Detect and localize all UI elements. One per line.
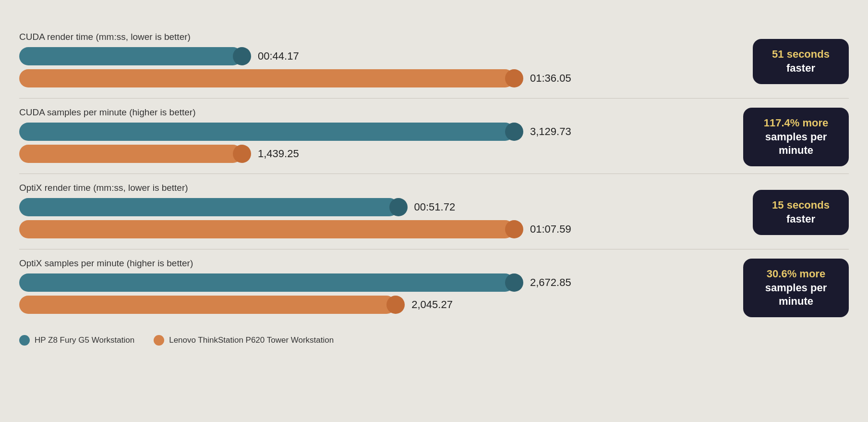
badge-cuda-render: 51 secondsfaster [753,39,849,84]
bar-row-optix-samples-0: 2,672.85 [19,273,729,292]
bar-cuda-samples-0 [19,123,514,141]
bar-optix-samples-1 [19,296,396,314]
badge-highlight-cuda-render: 51 seconds [772,48,830,60]
section-label-cuda-render: CUDA render time (mm:ss, lower is better… [19,32,738,42]
bar-wrap-optix-render-0 [19,198,408,216]
bar-row-cuda-render-1: 01:36.05 [19,69,738,87]
bar-row-optix-render-0: 00:51.72 [19,198,738,216]
bar-end-optix-samples-1 [386,296,405,314]
bar-wrap-cuda-render-0 [19,47,251,65]
bar-row-cuda-samples-0: 3,129.73 [19,123,729,141]
section-label-optix-samples: OptiX samples per minute (higher is bett… [19,258,729,269]
legend: HP Z8 Fury G5 Workstation Lenovo ThinkSt… [19,335,849,346]
section-label-cuda-samples: CUDA samples per minute (higher is bette… [19,107,729,118]
bar-row-optix-samples-1: 2,045.27 [19,296,729,314]
bar-wrap-optix-render-1 [19,220,523,238]
bar-optix-render-1 [19,220,514,238]
bar-optix-samples-0 [19,273,514,292]
bar-row-cuda-render-0: 00:44.17 [19,47,738,65]
badge-optix-render: 15 secondsfaster [753,190,849,235]
legend-item-teal: HP Z8 Fury G5 Workstation [19,335,134,346]
bar-end-optix-render-1 [505,220,523,238]
chart-body-optix-render: OptiX render time (mm:ss, lower is bette… [19,183,738,242]
bar-wrap-cuda-render-1 [19,69,523,87]
section-cuda-samples: CUDA samples per minute (higher is bette… [19,99,849,174]
bar-wrap-cuda-samples-0 [19,123,523,141]
section-cuda-render: CUDA render time (mm:ss, lower is better… [19,23,849,99]
bar-end-cuda-samples-1 [233,145,251,163]
bar-value-cuda-render-0: 00:44.17 [258,50,299,62]
bar-cuda-render-1 [19,69,514,87]
bar-value-cuda-samples-0: 3,129.73 [530,125,571,138]
bar-end-cuda-samples-0 [505,123,523,141]
bar-value-cuda-render-1: 01:36.05 [530,72,571,85]
badge-rest-cuda-render: faster [786,62,815,74]
bar-cuda-samples-1 [19,145,242,163]
bar-value-cuda-samples-1: 1,439.25 [258,148,299,160]
chart-body-optix-samples: OptiX samples per minute (higher is bett… [19,258,729,318]
badge-rest-cuda-samples: samples per minute [765,131,827,157]
badge-highlight-optix-render: 15 seconds [772,199,830,211]
bar-end-cuda-render-1 [505,69,523,87]
badge-rest-optix-samples: samples per minute [765,282,827,308]
bar-cuda-render-0 [19,47,242,65]
legend-item-orange: Lenovo ThinkStation P620 Tower Workstati… [154,335,334,346]
bar-row-optix-render-1: 01:07.59 [19,220,738,238]
badge-highlight-optix-samples: 30.6% more [767,268,825,280]
legend-label-orange: Lenovo ThinkStation P620 Tower Workstati… [169,335,334,345]
badge-cuda-samples: 117.4% moresamples per minute [743,108,849,166]
legend-dot-teal [19,335,30,346]
bar-end-optix-samples-0 [505,273,523,292]
bar-optix-render-0 [19,198,398,216]
chart-body-cuda-samples: CUDA samples per minute (higher is bette… [19,107,729,167]
chart-body-cuda-render: CUDA render time (mm:ss, lower is better… [19,32,738,91]
badge-optix-samples: 30.6% moresamples per minute [743,259,849,317]
bar-value-optix-render-0: 00:51.72 [414,201,456,213]
section-optix-samples: OptiX samples per minute (higher is bett… [19,249,849,324]
bar-value-optix-samples-0: 2,672.85 [530,276,571,289]
section-label-optix-render: OptiX render time (mm:ss, lower is bette… [19,183,738,193]
bar-end-cuda-render-0 [233,47,251,65]
bar-value-optix-render-1: 01:07.59 [530,223,571,236]
badge-rest-optix-render: faster [786,213,815,225]
bar-wrap-optix-samples-0 [19,273,523,292]
bar-row-cuda-samples-1: 1,439.25 [19,145,729,163]
bar-end-optix-render-0 [389,198,408,216]
legend-label-teal: HP Z8 Fury G5 Workstation [35,335,134,345]
badge-highlight-cuda-samples: 117.4% more [764,117,829,129]
section-optix-render: OptiX render time (mm:ss, lower is bette… [19,174,849,249]
legend-dot-orange [154,335,164,346]
bar-wrap-optix-samples-1 [19,296,405,314]
bar-wrap-cuda-samples-1 [19,145,251,163]
bar-value-optix-samples-1: 2,045.27 [411,298,453,311]
